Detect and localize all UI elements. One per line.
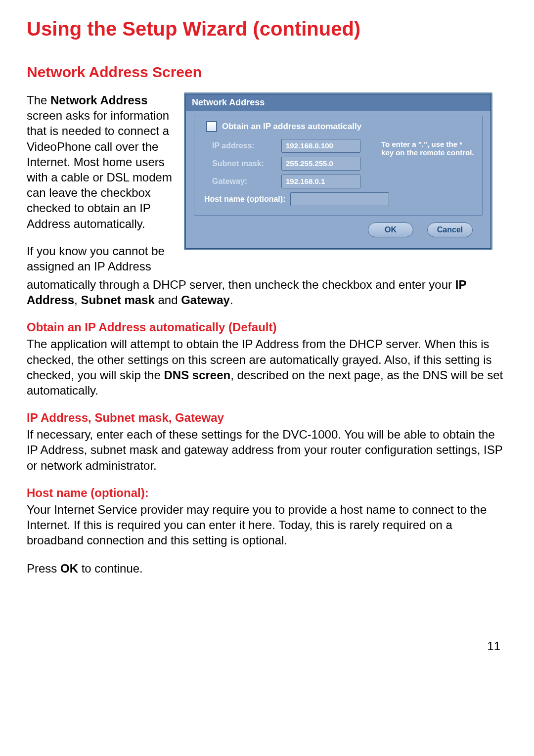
page-title: Using the Setup Wizard (continued) bbox=[27, 18, 507, 40]
intro-p2-b3: Gateway bbox=[181, 293, 230, 307]
intro-p2-end: . bbox=[230, 293, 233, 307]
subnet-mask-input[interactable]: 255.255.255.0 bbox=[281, 157, 360, 171]
ipsg-heading: IP Address, Subnet mask, Gateway bbox=[27, 411, 507, 425]
obtain-ip-checkbox-label: Obtain an IP address automatically bbox=[222, 122, 361, 132]
dot-entry-hint: To enter a ".", use the * key on the rem… bbox=[381, 140, 475, 157]
gateway-input[interactable]: 192.168.0.1 bbox=[281, 175, 360, 188]
intro-p2-b2: Subnet mask bbox=[81, 293, 154, 307]
intro-p1-bold: Network Address bbox=[50, 93, 148, 107]
intro-p1-rest: screen asks for information that is need… bbox=[27, 109, 172, 230]
obtain-heading: Obtain an IP Address automatically (Defa… bbox=[27, 320, 507, 334]
ip-address-input[interactable]: 192.168.0.100 bbox=[281, 139, 360, 153]
ip-address-label: IP address: bbox=[212, 141, 281, 150]
page-number: 11 bbox=[487, 639, 500, 653]
intro-paragraph-1: The Network Address screen asks for info… bbox=[27, 92, 175, 231]
hostname-input[interactable] bbox=[290, 192, 389, 206]
subnet-mask-label: Subnet mask: bbox=[212, 159, 281, 168]
gateway-label: Gateway: bbox=[212, 177, 281, 186]
obtain-text: The application will attempt to obtain t… bbox=[27, 336, 507, 398]
section-heading: Network Address Screen bbox=[27, 64, 507, 81]
obtain-text-bold: DNS screen bbox=[164, 368, 230, 382]
network-address-dialog: Network Address Obtain an IP address aut… bbox=[184, 92, 492, 250]
press-ok-text: Press OK to continue. bbox=[27, 561, 507, 576]
intro-paragraph-2a: If you know you cannot be assigned an IP… bbox=[27, 243, 175, 274]
dialog-title: Network Address bbox=[186, 94, 490, 111]
intro-p1-prefix: The bbox=[27, 93, 50, 107]
host-text: Your Internet Service provider may requi… bbox=[27, 502, 507, 548]
press-b: to continue. bbox=[78, 562, 143, 575]
ipsg-text: If necessary, enter each of these settin… bbox=[27, 427, 507, 473]
press-bold: OK bbox=[60, 562, 78, 575]
intro-p2-sep1: , bbox=[74, 293, 81, 307]
cancel-button[interactable]: Cancel bbox=[427, 222, 473, 237]
intro-p2-sep2: and bbox=[155, 293, 181, 307]
host-heading: Host name (optional): bbox=[27, 486, 507, 500]
ok-button[interactable]: OK bbox=[368, 222, 413, 237]
obtain-ip-checkbox[interactable] bbox=[206, 121, 217, 132]
intro-paragraph-2b: automatically through a DHCP server, the… bbox=[27, 277, 507, 308]
intro-p2-part2a: automatically through a DHCP server, the… bbox=[27, 278, 455, 291]
hostname-label: Host name (optional): bbox=[204, 195, 285, 204]
press-a: Press bbox=[27, 562, 60, 575]
